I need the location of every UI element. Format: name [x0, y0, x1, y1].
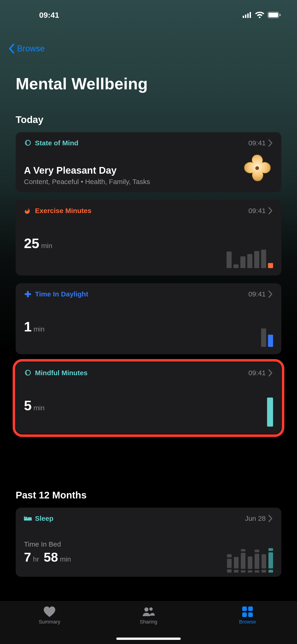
svg-rect-15 [28, 517, 32, 518]
card-sleep[interactable]: Sleep Jun 28 Time In Bed 7hr 58min [16, 508, 281, 577]
status-indicators [243, 12, 281, 18]
bed-icon [24, 514, 32, 522]
tab-label: Sharing [140, 619, 157, 625]
svg-rect-12 [24, 518, 32, 520]
tab-browse[interactable]: Browse [198, 606, 296, 625]
grid-icon [241, 606, 254, 618]
sleep-mini-chart [227, 547, 273, 572]
section-header-today: Today [16, 114, 281, 125]
svg-rect-21 [248, 612, 253, 617]
page-title: Mental Wellbeing [16, 75, 148, 93]
daylight-mini-chart [226, 328, 273, 347]
flame-icon [24, 207, 32, 215]
flower-icon [240, 152, 274, 187]
card-timestamp: Jun 28 [245, 514, 273, 522]
exercise-mini-chart [226, 250, 273, 268]
svg-rect-10 [25, 293, 31, 295]
cellular-icon [243, 12, 252, 18]
svg-rect-20 [242, 612, 247, 617]
svg-point-16 [144, 608, 148, 612]
svg-point-17 [150, 608, 153, 610]
card-timestamp: 09:41 [248, 207, 273, 215]
home-indicator[interactable] [116, 638, 181, 640]
bar [226, 252, 232, 268]
tab-summary[interactable]: Summary [0, 606, 98, 625]
card-mindful-minutes[interactable]: Mindful Minutes 09:41 5min [16, 362, 281, 434]
mindful-value: 5min [24, 398, 273, 414]
today-section: Today State of Mind 09:41 A Very Pleasan… [16, 114, 281, 442]
bar [240, 256, 246, 268]
card-title-text: Time In Daylight [35, 290, 88, 298]
state-of-mind-subtext: Content, Peaceful • Health, Family, Task… [24, 178, 273, 186]
chevron-left-icon [7, 44, 16, 54]
card-daylight[interactable]: Time In Daylight 09:41 1min [16, 283, 281, 354]
bar [234, 264, 238, 268]
svg-rect-3 [250, 12, 251, 18]
svg-point-11 [25, 370, 30, 375]
bar [268, 263, 273, 268]
chevron-right-icon [268, 515, 273, 522]
tab-label: Browse [239, 619, 256, 625]
bar [268, 335, 273, 347]
brain-icon [24, 369, 32, 377]
bar [261, 250, 266, 268]
status-bar: 09:41 [0, 0, 297, 30]
past-section: Past 12 Months Sleep Jun 28 Time In Bed … [16, 490, 281, 584]
svg-rect-13 [24, 516, 25, 520]
card-title: Mindful Minutes [24, 369, 88, 377]
card-title-text: Mindful Minutes [35, 369, 88, 377]
status-time: 09:41 [39, 10, 59, 20]
svg-rect-14 [25, 517, 27, 518]
chevron-right-icon [268, 369, 273, 376]
wifi-icon [255, 12, 264, 18]
card-state-of-mind[interactable]: State of Mind 09:41 A Very Pleasant Day … [16, 132, 281, 192]
heart-icon [43, 606, 56, 618]
card-timestamp: 09:41 [248, 139, 273, 147]
plus-icon [24, 290, 32, 298]
card-title: State of Mind [24, 139, 78, 147]
battery-icon [268, 12, 281, 18]
card-title: Exercise Minutes [24, 207, 92, 215]
card-exercise-minutes[interactable]: Exercise Minutes 09:41 25min [16, 200, 281, 276]
state-of-mind-headline: A Very Pleasant Day [24, 165, 273, 176]
tab-sharing[interactable]: Sharing [100, 606, 198, 625]
card-title: Time In Daylight [24, 290, 88, 298]
svg-rect-6 [280, 14, 281, 16]
bar [254, 251, 259, 268]
chevron-right-icon [268, 207, 273, 214]
brain-icon [24, 139, 32, 147]
card-title-text: State of Mind [35, 139, 78, 147]
svg-rect-0 [243, 16, 244, 18]
card-title-text: Exercise Minutes [35, 207, 92, 215]
tab-label: Summary [39, 619, 60, 625]
exercise-value: 25min [24, 236, 273, 251]
card-title-text: Sleep [35, 514, 54, 522]
chevron-right-icon [268, 290, 273, 298]
svg-rect-2 [247, 13, 249, 18]
svg-rect-5 [268, 13, 278, 17]
bar [247, 254, 252, 268]
card-timestamp: 09:41 [248, 369, 273, 377]
back-label: Browse [17, 44, 45, 54]
card-timestamp: 09:41 [248, 290, 273, 298]
bar [261, 328, 266, 347]
svg-point-8 [255, 166, 259, 170]
svg-rect-1 [245, 14, 246, 18]
svg-point-7 [25, 140, 30, 145]
people-icon [142, 606, 155, 618]
mindful-bar [267, 398, 273, 426]
svg-rect-18 [242, 606, 247, 611]
section-header-past: Past 12 Months [16, 490, 281, 501]
card-title: Sleep [24, 514, 54, 522]
back-button[interactable]: Browse [7, 44, 45, 54]
chevron-right-icon [268, 139, 273, 147]
sleep-subheading: Time In Bed [24, 540, 273, 548]
svg-rect-19 [248, 606, 253, 611]
